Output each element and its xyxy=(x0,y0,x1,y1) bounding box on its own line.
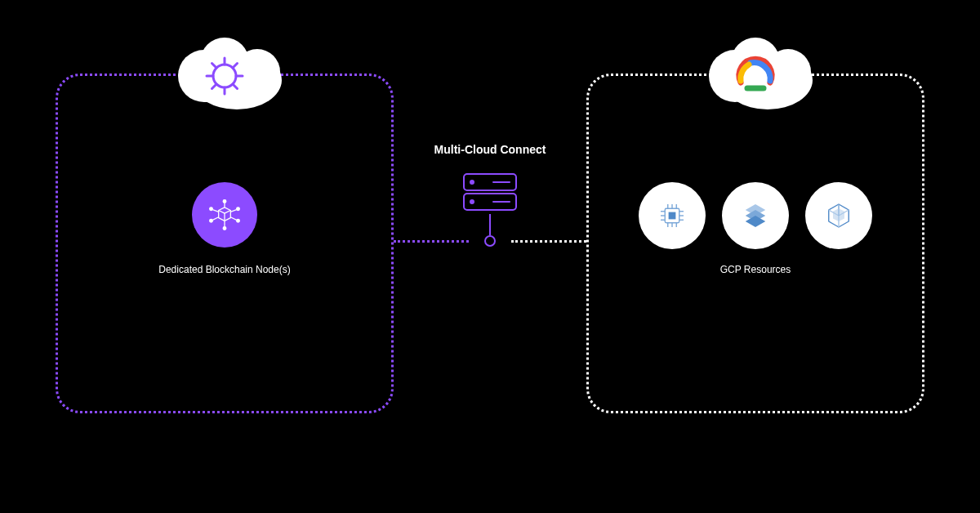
svg-point-18 xyxy=(210,207,213,211)
gear-cloud-icon xyxy=(159,31,290,113)
layered-stack-icon xyxy=(722,182,789,249)
svg-line-21 xyxy=(230,217,236,221)
blockchain-node-label: Dedicated Blockchain Node(s) xyxy=(58,264,391,275)
svg-rect-30 xyxy=(669,212,676,220)
gcp-resources-label: GCP Resources xyxy=(589,264,922,275)
kubernetes-cube-icon xyxy=(805,182,872,249)
gcp-resource-row xyxy=(589,182,922,249)
svg-line-20 xyxy=(230,210,236,212)
svg-point-45 xyxy=(470,181,474,184)
blockchain-node-icon xyxy=(192,182,257,248)
svg-line-24 xyxy=(212,210,218,212)
svg-point-15 xyxy=(237,220,240,223)
svg-point-47 xyxy=(470,200,474,203)
svg-point-16 xyxy=(223,227,226,230)
gcp-panel: GCP Resources xyxy=(586,74,924,413)
svg-point-13 xyxy=(223,200,226,203)
connector-vertical xyxy=(489,214,491,235)
connector-right xyxy=(511,240,586,243)
svg-line-23 xyxy=(212,217,218,221)
svg-point-14 xyxy=(237,207,240,211)
google-cloud-icon xyxy=(690,31,821,113)
multi-cloud-connect: Multi-Cloud Connect xyxy=(394,143,586,218)
server-rack-icon xyxy=(457,169,523,218)
multi-cloud-connect-label: Multi-Cloud Connect xyxy=(394,143,586,156)
compute-chip-icon xyxy=(639,182,706,249)
svg-point-3 xyxy=(234,49,280,95)
blockchain-panel: Dedicated Blockchain Node(s) xyxy=(56,74,394,413)
connector-node-icon xyxy=(484,235,496,247)
svg-point-17 xyxy=(210,220,213,223)
connector-left xyxy=(394,240,469,243)
